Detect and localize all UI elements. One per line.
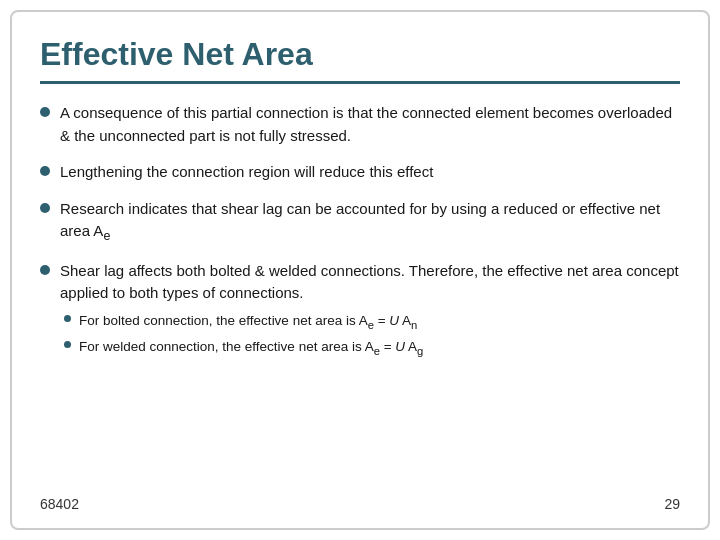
footer-left: 68402 — [40, 496, 79, 512]
sub-bullet-text-1: For bolted connection, the effective net… — [79, 311, 417, 333]
slide-content: A consequence of this partial connection… — [40, 102, 680, 488]
slide-footer: 68402 29 — [40, 488, 680, 512]
bullet-item-3: Research indicates that shear lag can be… — [40, 198, 680, 246]
bullet-dot-2 — [40, 166, 50, 176]
bullet-text-1: A consequence of this partial connection… — [60, 102, 680, 147]
bullet-text-4: Shear lag affects both bolted & welded c… — [60, 260, 680, 359]
slide-title: Effective Net Area — [40, 36, 680, 84]
bullet-dot-4 — [40, 265, 50, 275]
sub-bullet-dot-2 — [64, 341, 71, 348]
bullet-dot-1 — [40, 107, 50, 117]
bullet-text-3: Research indicates that shear lag can be… — [60, 198, 680, 246]
bullet-item-2: Lengthening the connection region will r… — [40, 161, 680, 184]
sub-bullets: For bolted connection, the effective net… — [60, 311, 680, 359]
footer-right: 29 — [664, 496, 680, 512]
bullet-text-2: Lengthening the connection region will r… — [60, 161, 680, 184]
slide: Effective Net Area A consequence of this… — [10, 10, 710, 530]
sub-bullet-dot-1 — [64, 315, 71, 322]
bullet-item-4: Shear lag affects both bolted & welded c… — [40, 260, 680, 359]
sub-bullet-text-2: For welded connection, the effective net… — [79, 337, 423, 359]
bullet-dot-3 — [40, 203, 50, 213]
bullet-item-1: A consequence of this partial connection… — [40, 102, 680, 147]
sub-bullet-2: For welded connection, the effective net… — [64, 337, 680, 359]
sub-bullet-1: For bolted connection, the effective net… — [64, 311, 680, 333]
